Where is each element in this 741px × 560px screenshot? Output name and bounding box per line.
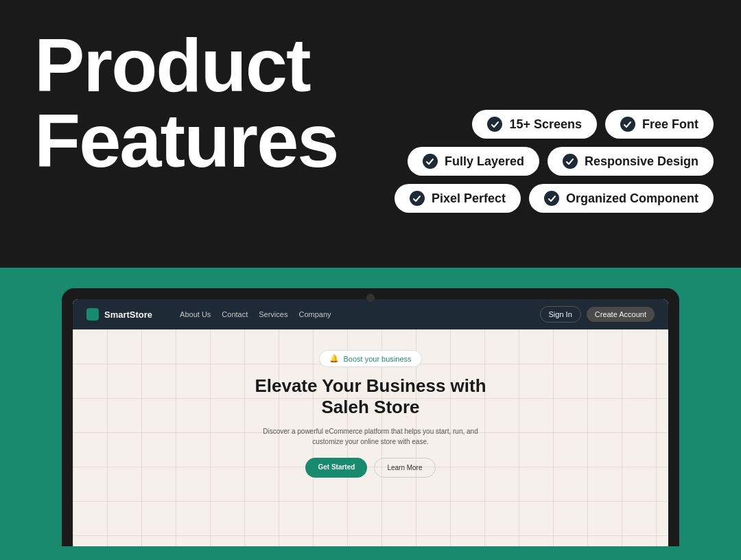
nav-contact[interactable]: Contact [222, 310, 248, 318]
badge-responsive: Responsive Design [548, 147, 714, 176]
screen-cta: Get Started Learn More [305, 458, 435, 478]
cta-secondary-button[interactable]: Learn More [374, 458, 435, 478]
badges-container: 15+ Screens Free Font Fully Layere [395, 110, 714, 213]
badge-screens: 15+ Screens [472, 110, 597, 139]
check-icon-6 [544, 191, 559, 206]
badge-component-label: Organized Component [566, 191, 698, 206]
nav-services[interactable]: Services [259, 310, 287, 318]
badge-font: Free Font [605, 110, 714, 139]
laptop-notch [366, 294, 375, 302]
top-section: Product Features 15+ Screens Free [0, 0, 741, 268]
nav-company[interactable]: Company [298, 310, 331, 318]
boost-badge: 🔔 Boost your business [319, 350, 421, 367]
badge-font-label: Free Font [642, 117, 698, 132]
badge-screens-label: 15+ Screens [509, 117, 582, 132]
check-icon-4 [563, 154, 578, 169]
screen-content: 🔔 Boost your business Elevate Your Busin… [73, 329, 668, 546]
bell-icon: 🔔 [329, 354, 339, 363]
badge-component: Organized Component [529, 184, 714, 213]
smartstore-logo: SmartStore [86, 308, 152, 320]
create-account-button[interactable]: Create Account [587, 307, 655, 322]
check-icon-3 [423, 154, 438, 169]
check-icon-2 [620, 117, 635, 132]
signin-button[interactable]: Sign In [540, 306, 581, 323]
badge-row-3: Pixel Perfect Organized Component [395, 184, 714, 213]
badge-responsive-label: Responsive Design [585, 154, 698, 169]
laptop-outer: SmartStore About Us Contact Services Com… [62, 288, 679, 546]
badge-pixel: Pixel Perfect [395, 184, 521, 213]
cta-primary-button[interactable]: Get Started [305, 458, 367, 478]
badge-layered-label: Fully Layered [445, 154, 524, 169]
nav-links: About Us Contact Services Company [180, 310, 526, 318]
laptop-screen: SmartStore About Us Contact Services Com… [73, 299, 668, 546]
check-icon [487, 117, 502, 132]
boost-text: Boost your business [343, 355, 411, 363]
laptop-mockup: SmartStore About Us Contact Services Com… [62, 288, 679, 546]
badge-row-2: Fully Layered Responsive Design [408, 147, 714, 176]
smartstore-navbar: SmartStore About Us Contact Services Com… [73, 299, 668, 329]
logo-icon [86, 308, 99, 320]
screen-subtext: Discover a powerful eCommerce platform t… [261, 426, 480, 447]
screen-headline: Elevate Your Business with Saleh Store [255, 375, 486, 418]
badge-row-1: 15+ Screens Free Font [472, 110, 714, 139]
badge-pixel-label: Pixel Perfect [432, 191, 506, 206]
bottom-section: SmartStore About Us Contact Services Com… [0, 268, 741, 560]
logo-text: SmartStore [104, 310, 152, 320]
nav-about[interactable]: About Us [180, 310, 211, 318]
badge-layered: Fully Layered [408, 147, 539, 176]
nav-actions: Sign In Create Account [540, 306, 655, 323]
check-icon-5 [410, 191, 425, 206]
